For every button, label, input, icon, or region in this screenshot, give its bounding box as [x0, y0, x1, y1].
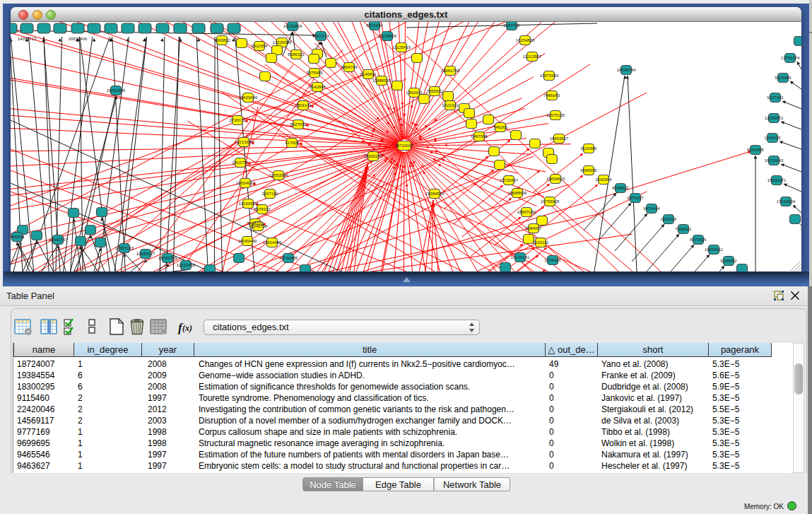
- svg-text:15046798: 15046798: [249, 224, 268, 228]
- svg-text:8678332: 8678332: [254, 207, 271, 211]
- svg-text:10973493: 10973493: [540, 74, 559, 78]
- svg-text:18463627: 18463627: [550, 136, 569, 141]
- svg-text:12213957: 12213957: [523, 54, 542, 59]
- svg-text:8454749: 8454749: [341, 65, 358, 69]
- svg-text:16961758: 16961758: [441, 69, 460, 73]
- svg-text:13226058: 13226058: [273, 40, 292, 45]
- svg-text:16033809: 16033809: [283, 24, 302, 28]
- svg-text:417006: 417006: [285, 141, 300, 145]
- svg-text:9329966: 9329966: [775, 76, 792, 80]
- svg-text:3675685: 3675685: [306, 71, 323, 75]
- svg-text:1244415: 1244415: [764, 136, 781, 140]
- svg-text:7485063: 7485063: [543, 93, 560, 98]
- svg-text:8427552: 8427552: [290, 122, 307, 127]
- svg-text:8471626: 8471626: [690, 238, 707, 242]
- svg-text:7663822: 7663822: [213, 38, 230, 42]
- svg-text:7955812: 7955812: [426, 89, 443, 93]
- svg-text:9474444: 9474444: [643, 206, 660, 211]
- svg-text:18807249: 18807249: [517, 210, 536, 214]
- svg-text:15886520: 15886520: [372, 78, 392, 83]
- svg-text:7632621: 7632621: [675, 227, 692, 231]
- svg-text:1362615: 1362615: [406, 90, 423, 95]
- svg-text:16099449: 16099449: [238, 239, 257, 243]
- svg-text:12213369: 12213369: [235, 140, 254, 144]
- svg-text:1621022: 1621022: [442, 103, 459, 107]
- svg-text:3912954: 3912954: [251, 44, 268, 48]
- svg-text:(x): (x): [182, 323, 192, 333]
- svg-text:9242848: 9242848: [309, 85, 326, 89]
- svg-text:16154808: 16154808: [516, 38, 535, 42]
- svg-text:2087682: 2087682: [503, 23, 520, 28]
- svg-text:16782759: 16782759: [158, 256, 177, 260]
- svg-text:13751074: 13751074: [781, 56, 800, 60]
- svg-text:8215958: 8215958: [747, 148, 764, 152]
- svg-text:8813054: 8813054: [366, 23, 383, 28]
- svg-text:23420046: 23420046: [239, 95, 258, 100]
- svg-text:15710485: 15710485: [279, 256, 298, 260]
- svg-text:12353594: 12353594: [269, 173, 288, 177]
- svg-text:17016504: 17016504: [777, 199, 796, 204]
- svg-text:6879197: 6879197: [627, 196, 644, 200]
- svg-text:6497568: 6497568: [471, 134, 488, 139]
- svg-text:15720407: 15720407: [500, 178, 519, 182]
- svg-text:10688609: 10688609: [508, 191, 527, 195]
- svg-text:746266: 746266: [493, 125, 508, 129]
- svg-text:19654923: 19654923: [546, 177, 565, 181]
- svg-text:12975165: 12975165: [546, 113, 565, 117]
- svg-text:25300275: 25300275: [364, 154, 383, 158]
- svg-text:9084067: 9084067: [525, 226, 542, 230]
- svg-text:3267110: 3267110: [262, 192, 279, 196]
- svg-text:20691406: 20691406: [69, 37, 88, 41]
- svg-text:1733426: 1733426: [544, 258, 561, 262]
- svg-text:8938923: 8938923: [612, 186, 629, 190]
- svg-text:14136141: 14136141: [511, 255, 530, 259]
- svg-text:17957223: 17957223: [115, 246, 134, 250]
- svg-text:8186323: 8186323: [288, 52, 305, 57]
- svg-text:29053346: 29053346: [107, 88, 126, 93]
- svg-text:2935114: 2935114: [661, 217, 678, 221]
- svg-text:12323468: 12323468: [177, 263, 196, 267]
- svg-text:2718176: 2718176: [229, 118, 246, 122]
- svg-text:18724007: 18724007: [395, 144, 414, 148]
- svg-text:1615112: 1615112: [533, 240, 550, 245]
- svg-text:9115460: 9115460: [581, 146, 598, 151]
- svg-text:16648784: 16648784: [617, 68, 636, 72]
- svg-text:19384554: 19384554: [425, 192, 445, 196]
- svg-text:12093872: 12093872: [765, 116, 784, 120]
- svg-text:10654112: 10654112: [705, 247, 724, 252]
- svg-text:2803144: 2803144: [295, 103, 312, 107]
- svg-text:16210643: 16210643: [765, 158, 784, 163]
- svg-text:19218506: 19218506: [378, 34, 397, 38]
- svg-text:19166825: 19166825: [239, 201, 258, 206]
- svg-text:10756928: 10756928: [541, 199, 560, 204]
- svg-text:1810755: 1810755: [232, 160, 249, 165]
- svg-text:9146821: 9146821: [360, 72, 377, 76]
- svg-text:10654933: 10654933: [236, 181, 255, 185]
- svg-text:9245652: 9245652: [720, 259, 737, 263]
- svg-text:11125419: 11125419: [392, 45, 411, 49]
- svg-text:9227342: 9227342: [767, 95, 784, 100]
- svg-text:9699695: 9699695: [580, 168, 597, 173]
- svg-text:7357274: 7357274: [312, 34, 329, 38]
- svg-text:15692971: 15692971: [767, 178, 787, 182]
- svg-text:12942757: 12942757: [49, 238, 68, 242]
- svg-text:16914479: 16914479: [263, 240, 282, 245]
- svg-text:391547: 391547: [11, 235, 25, 239]
- svg-text:14055713: 14055713: [18, 37, 37, 41]
- svg-text:1640954: 1640954: [595, 177, 612, 182]
- svg-text:10958127: 10958127: [136, 252, 155, 256]
